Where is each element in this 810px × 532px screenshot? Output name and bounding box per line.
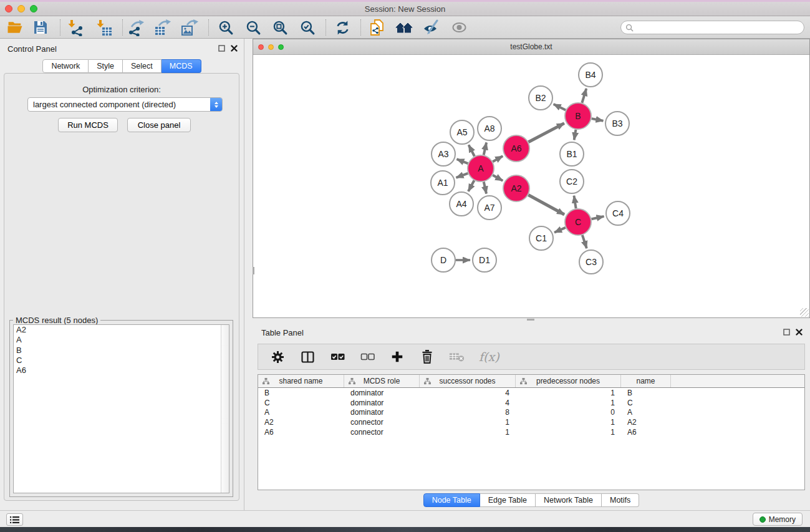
cell-mcds-role[interactable]: dominator [344, 389, 420, 397]
clone-network-button[interactable] [368, 19, 387, 36]
network-node-c2[interactable]: C2 [560, 170, 584, 193]
resize-grip[interactable] [800, 308, 809, 317]
optimization-select[interactable]: largest connected component (directed) [27, 97, 223, 112]
column-header-mcds-role[interactable]: MCDS role [344, 375, 420, 387]
cell-name[interactable]: A [621, 408, 671, 417]
network-node-b2[interactable]: B2 [529, 86, 552, 110]
network-node-a[interactable]: A [468, 155, 494, 181]
cell-predecessor-nodes[interactable]: 1 [516, 428, 621, 437]
select-all-columns-button[interactable] [329, 349, 345, 365]
column-header-successor-nodes[interactable]: successor nodes [420, 375, 516, 387]
network-edge-a-a1[interactable] [456, 173, 468, 178]
search-field[interactable] [620, 21, 804, 34]
cell-predecessor-nodes[interactable]: 0 [516, 408, 621, 417]
zoom-out-button[interactable] [244, 19, 263, 36]
cell-shared-name[interactable]: A [258, 408, 344, 417]
result-item-a6[interactable]: A6 [14, 365, 229, 375]
float-panel-icon[interactable] [218, 45, 225, 52]
result-item-a2[interactable]: A2 [14, 325, 229, 335]
mcds-result-list[interactable]: A2ABCA6 [13, 324, 229, 493]
network-node-a1[interactable]: A1 [431, 171, 455, 195]
network-edge-b-b2[interactable] [554, 104, 566, 110]
table-row-c[interactable]: Cdominator41C [258, 398, 804, 408]
float-panel-icon[interactable] [783, 329, 790, 336]
tab-network[interactable]: Network [42, 59, 89, 73]
delete-table-button[interactable] [449, 349, 465, 365]
export-image-button[interactable] [180, 19, 199, 36]
result-scrollbar[interactable] [221, 325, 229, 493]
cell-predecessor-nodes[interactable]: 1 [516, 399, 621, 407]
network-node-b4[interactable]: B4 [579, 63, 602, 87]
cell-name[interactable]: C [621, 399, 671, 407]
network-edge-b-b1[interactable] [574, 130, 576, 140]
show-graphics-button[interactable] [450, 19, 468, 36]
network-edge-a-a8[interactable] [484, 142, 486, 155]
column-header-predecessor-nodes[interactable]: predecessor nodes [516, 375, 621, 387]
tab-select[interactable]: Select [123, 59, 162, 73]
result-item-a[interactable]: A [14, 335, 229, 345]
import-table-button[interactable] [95, 19, 113, 36]
network-edge-a-a5[interactable] [469, 145, 475, 156]
cell-successor-nodes[interactable]: 1 [420, 428, 516, 437]
network-node-a8[interactable]: A8 [478, 117, 501, 140]
network-edge-a2-c[interactable] [528, 195, 564, 215]
cell-successor-nodes[interactable]: 8 [420, 408, 516, 417]
create-column-button[interactable] [389, 349, 405, 365]
cell-successor-nodes[interactable]: 1 [420, 418, 516, 427]
zoom-fit-button[interactable] [271, 19, 289, 36]
column-header-name[interactable]: name [621, 375, 671, 387]
network-node-c[interactable]: C [565, 209, 591, 235]
cell-predecessor-nodes[interactable]: 1 [516, 389, 621, 397]
cell-mcds-role[interactable]: dominator [344, 399, 420, 407]
cell-name[interactable]: A2 [621, 418, 671, 427]
open-session-button[interactable] [6, 19, 24, 36]
network-node-b1[interactable]: B1 [560, 142, 584, 166]
result-item-c[interactable]: C [14, 355, 229, 365]
network-node-a4[interactable]: A4 [450, 192, 473, 216]
refresh-button[interactable] [333, 19, 352, 36]
memory-button[interactable]: Memory [753, 513, 803, 526]
window-titlebar[interactable]: Session: New Session [0, 2, 810, 16]
export-network-button[interactable] [127, 19, 146, 36]
result-item-b[interactable]: B [14, 346, 229, 355]
select-stepper-icon[interactable] [210, 98, 222, 111]
cell-shared-name[interactable]: A2 [258, 418, 344, 427]
cell-shared-name[interactable]: A6 [258, 428, 344, 437]
show-panels-button[interactable] [6, 513, 23, 526]
network-edge-a-a2[interactable] [493, 175, 503, 181]
network-canvas[interactable]: B4B2BB3A8A5A6A3B1AC2A1A2A4A7C4CC1DD1C3 [253, 55, 809, 317]
cell-shared-name[interactable]: C [258, 399, 344, 407]
tab-mcds[interactable]: MCDS [162, 59, 201, 73]
cell-shared-name[interactable]: B [258, 389, 344, 397]
network-node-c3[interactable]: C3 [579, 250, 603, 274]
table-row-a[interactable]: Adominator80A [258, 408, 804, 418]
network-node-d[interactable]: D [432, 248, 455, 272]
deselect-all-columns-button[interactable] [359, 349, 375, 365]
zoom-in-button[interactable] [216, 19, 235, 36]
network-node-a3[interactable]: A3 [432, 142, 455, 166]
cell-mcds-role[interactable]: connector [344, 428, 420, 437]
cell-predecessor-nodes[interactable]: 1 [516, 418, 621, 427]
import-network-button[interactable] [66, 19, 85, 36]
function-builder-button[interactable]: f(x) [479, 349, 499, 365]
network-edge-a-a7[interactable] [484, 181, 486, 193]
tab-motifs[interactable]: Motifs [602, 493, 639, 507]
column-view-button[interactable] [299, 349, 316, 365]
search-input[interactable] [634, 22, 804, 32]
network-node-b[interactable]: B [565, 103, 591, 129]
table-settings-button[interactable] [269, 349, 286, 365]
column-header-shared-name[interactable]: shared name [258, 375, 344, 387]
tab-edge-table[interactable]: Edge Table [480, 493, 536, 507]
network-window-titlebar[interactable]: testGlobe.txt [253, 39, 809, 55]
cell-name[interactable]: B [621, 389, 671, 397]
table-row-a2[interactable]: A2connector11A2 [258, 417, 804, 427]
tab-node-table[interactable]: Node Table [423, 493, 480, 507]
cell-name[interactable]: A6 [621, 428, 671, 437]
network-edge-a-a3[interactable] [456, 159, 468, 163]
layout-button[interactable] [395, 19, 413, 36]
export-table-button[interactable] [153, 19, 172, 36]
network-edge-c-c4[interactable] [591, 216, 604, 219]
cell-mcds-role[interactable]: connector [344, 418, 420, 427]
network-node-c4[interactable]: C4 [606, 201, 630, 225]
zoom-selected-button[interactable] [298, 19, 317, 36]
